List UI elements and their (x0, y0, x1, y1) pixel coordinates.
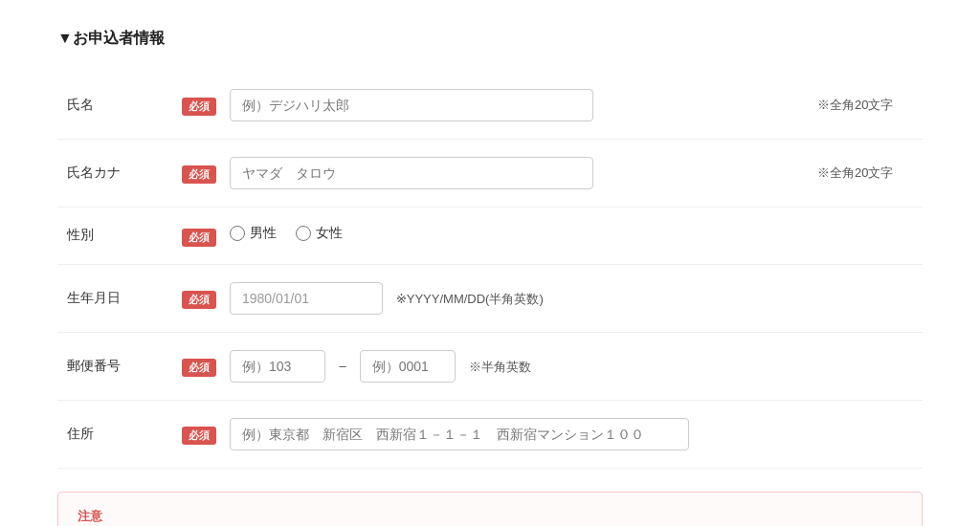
gender-row: 性別 必須 男性 女性 (57, 208, 923, 265)
postal-input-cell: 必須 － ※半角英数 (172, 332, 808, 400)
name-input-cell: 必須 (172, 72, 808, 140)
birthdate-label: 生年月日 (57, 264, 172, 332)
gender-male-radio[interactable] (230, 226, 245, 241)
postal-input-1[interactable] (230, 350, 325, 383)
name-kana-hint: ※全角20文字 (808, 140, 923, 208)
address-row: 住所 必須 (57, 400, 923, 468)
gender-required-badge: 必須 (182, 229, 216, 247)
postal-hint: ※半角英数 (469, 360, 531, 374)
gender-male-text: 男性 (250, 225, 277, 242)
gender-female-radio[interactable] (296, 226, 311, 241)
address-hint-cell (808, 400, 923, 468)
name-row: 氏名 必須 ※全角20文字 (57, 72, 923, 140)
birthdate-required-badge: 必須 (182, 291, 216, 309)
postal-row: 郵便番号 必須 － ※半角英数 (57, 332, 923, 400)
name-kana-input-cell: 必須 (172, 140, 808, 208)
birthdate-row: 生年月日 必須 ※YYYY/MM/DD(半角英数) (57, 264, 923, 332)
name-kana-row: 氏名カナ 必須 ※全角20文字 (57, 140, 923, 208)
postal-required-badge: 必須 (182, 359, 216, 377)
birthdate-input[interactable] (230, 282, 383, 315)
address-required-badge: 必須 (182, 427, 216, 445)
gender-female-text: 女性 (316, 225, 343, 242)
name-kana-required-badge: 必須 (182, 165, 216, 184)
postal-dash: － (335, 358, 350, 374)
name-required-badge: 必須 (182, 98, 216, 116)
postal-input-2[interactable] (360, 350, 456, 383)
notice-box: 注意 郵送が必要な商品の場合、住所欄に記載された住所宛に商品を一括で発送します。… (57, 492, 923, 526)
address-label: 住所 (57, 400, 172, 468)
birthdate-hint-cell (808, 264, 923, 332)
applicant-form: 氏名 必須 ※全角20文字 氏名カナ 必須 ※全角20文字 性別 必須 (57, 72, 923, 469)
gender-female-label[interactable]: 女性 (296, 225, 343, 242)
address-input[interactable] (230, 418, 689, 450)
gender-male-label[interactable]: 男性 (230, 225, 277, 242)
name-label: 氏名 (57, 72, 172, 140)
birthdate-input-cell: 必須 ※YYYY/MM/DD(半角英数) (172, 264, 808, 332)
section-title: ▼お申込者情報 (57, 29, 923, 49)
name-kana-input[interactable] (230, 157, 593, 189)
gender-radio-group: 男性 女性 (230, 225, 343, 242)
name-kana-label: 氏名カナ (57, 140, 172, 208)
gender-input-cell: 必須 男性 女性 (172, 208, 808, 265)
gender-label: 性別 (57, 208, 172, 265)
address-input-cell: 必須 (172, 400, 808, 468)
postal-label: 郵便番号 (57, 332, 172, 400)
postal-hint-cell (808, 332, 923, 400)
name-hint: ※全角20文字 (808, 72, 923, 140)
birthdate-hint: ※YYYY/MM/DD(半角英数) (396, 292, 544, 306)
gender-hint-cell (808, 208, 923, 265)
notice-title: 注意 (78, 508, 902, 525)
name-input[interactable] (230, 89, 593, 121)
